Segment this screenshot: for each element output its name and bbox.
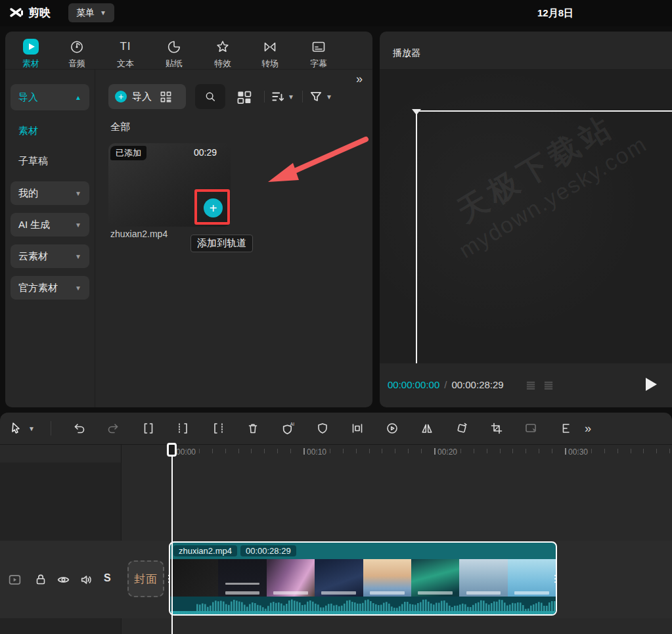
- mute-track-button[interactable]: [79, 573, 93, 587]
- search-input[interactable]: [195, 84, 225, 109]
- sort-icon: [271, 89, 285, 104]
- filmstrip-frame: [315, 559, 363, 597]
- rotate-button[interactable]: [455, 421, 469, 436]
- grid-view-toggle[interactable]: [236, 89, 252, 105]
- sidebar-group-ai[interactable]: AI 生成 ▼: [11, 213, 89, 237]
- freeze-frame-button[interactable]: [350, 421, 365, 436]
- toggle-visibility-button[interactable]: [56, 573, 70, 587]
- solo-track-button[interactable]: S: [104, 572, 111, 584]
- chevron-down-icon: ▼: [75, 190, 81, 197]
- category-all-label[interactable]: 全部: [110, 121, 130, 133]
- mask-icon: [316, 422, 329, 435]
- chevron-down-icon: ▼: [288, 93, 294, 101]
- captions-icon: [311, 39, 326, 55]
- import-button[interactable]: + 导入: [108, 84, 186, 109]
- toolbar-more-button[interactable]: »: [585, 422, 591, 436]
- clip-filmstrip: [170, 559, 556, 597]
- tab-audio[interactable]: 音频: [56, 39, 97, 70]
- filter-button[interactable]: ▼: [309, 89, 332, 104]
- sidebar-group-cloud[interactable]: 云素材 ▼: [11, 244, 89, 268]
- sidebar-group-official[interactable]: 官方素材 ▼: [11, 276, 89, 300]
- search-icon: [204, 91, 216, 102]
- speaker-icon: [79, 573, 93, 587]
- crop-icon: [490, 422, 503, 435]
- filter-icon: [309, 89, 323, 104]
- tab-text[interactable]: TI 文本: [105, 39, 146, 70]
- sidebar-item-import[interactable]: 导入 ▲: [11, 84, 89, 110]
- player-preview[interactable]: 天极下载站 mydown.yesky.com: [380, 69, 672, 363]
- select-tool-button[interactable]: [9, 421, 24, 436]
- player-title: 播放器: [393, 47, 420, 59]
- tab-sticker[interactable]: 贴纸: [154, 39, 194, 70]
- split-delete-left-icon: [177, 422, 190, 435]
- tab-media[interactable]: 素材: [11, 39, 51, 70]
- delete-left-button[interactable]: [176, 421, 190, 436]
- smart-mask-button[interactable]: AI: [280, 421, 295, 436]
- sort-button[interactable]: ▼: [271, 89, 294, 104]
- media-panel: 素材 音频 TI 文本 贴纸 特效: [5, 32, 372, 407]
- title-bar: 剪映 菜单 ▼ 12月8日: [0, 0, 672, 26]
- media-play-icon: [23, 39, 39, 55]
- filmstrip-frame: [508, 559, 556, 597]
- media-duration: 00:29: [194, 147, 217, 158]
- timeline-toolbar: ▼: [0, 413, 672, 444]
- timecode: 00:00:00:00 / 00:00:28:29: [388, 379, 504, 390]
- clip-audio-waveform: [170, 597, 556, 614]
- timecode-total: 00:00:28:29: [451, 379, 503, 390]
- mirror-button[interactable]: [420, 421, 434, 436]
- selection-frame-left[interactable]: [416, 110, 417, 363]
- player-controls: 00:00:00:00 / 00:00:28:29: [380, 363, 672, 407]
- sidebar-item-subdraft[interactable]: 子草稿: [18, 155, 48, 168]
- tab-captions[interactable]: 字幕: [298, 39, 339, 70]
- text-TI-icon: TI: [120, 39, 131, 55]
- lock-track-button[interactable]: [34, 573, 47, 586]
- compare-list-icon: [543, 380, 554, 392]
- playhead-handle[interactable]: [167, 443, 177, 457]
- chevron-down-icon[interactable]: ▼: [28, 425, 36, 432]
- compare-buttons[interactable]: [526, 380, 554, 392]
- track-lines-button[interactable]: [559, 421, 573, 436]
- app-logo: 剪映: [9, 5, 51, 20]
- undo-button[interactable]: [72, 421, 86, 436]
- crop-button[interactable]: [489, 421, 504, 436]
- filmstrip-frame: [170, 559, 218, 597]
- timeline-clip[interactable]: zhuxian2.mp4 00:00:28:29: [169, 541, 557, 616]
- clip-trim-handle-left[interactable]: [168, 570, 170, 587]
- mask-button[interactable]: [315, 421, 330, 436]
- cover-button[interactable]: 封面: [127, 560, 164, 597]
- play-button[interactable]: [646, 378, 657, 391]
- delete-button[interactable]: [246, 421, 260, 436]
- redo-button[interactable]: [106, 421, 121, 436]
- menu-label: 菜单: [76, 7, 95, 19]
- filmstrip-frame: [363, 559, 411, 597]
- timeline-ruler[interactable]: 00:0000:1000:2000:30: [0, 445, 672, 463]
- filmstrip-frame: [459, 559, 507, 597]
- selection-frame-top[interactable]: [416, 110, 672, 112]
- header-divider: [264, 91, 265, 102]
- tab-transition[interactable]: 转场: [250, 39, 290, 70]
- app-title: 剪映: [28, 5, 51, 20]
- grid-view-icon: [236, 89, 252, 105]
- preview-axis-button[interactable]: [524, 421, 539, 436]
- tab-effects[interactable]: 特效: [202, 39, 243, 70]
- clip-header: zhuxian2.mp4 00:00:28:29: [170, 543, 556, 559]
- sidebar-item-material[interactable]: 素材: [18, 125, 38, 137]
- capcut-logo-icon: [9, 6, 24, 20]
- playhead-line[interactable]: [171, 444, 173, 634]
- added-badge: 已添加: [110, 146, 146, 160]
- player-panel: 播放器 天极下载站 mydown.yesky.com 00:00:00:00 /…: [380, 32, 672, 407]
- frame-handle-top[interactable]: [412, 109, 421, 115]
- qr-code-icon[interactable]: [160, 91, 172, 103]
- tabs-more-button[interactable]: »: [356, 72, 363, 86]
- sidebar-group-mine[interactable]: 我的 ▼: [11, 181, 89, 205]
- split-button[interactable]: [141, 421, 156, 436]
- clip-duration-badge: 00:00:28:29: [240, 545, 296, 556]
- chevron-down-icon: ▼: [75, 284, 81, 292]
- speed-button[interactable]: [385, 421, 399, 436]
- clip-trim-handle-right[interactable]: [554, 570, 556, 587]
- menu-button[interactable]: 菜单 ▼: [68, 3, 114, 22]
- split-delete-right-icon: [212, 422, 225, 435]
- date-label: 12月8日: [537, 7, 573, 20]
- chevron-up-icon: ▲: [75, 94, 81, 101]
- delete-right-button[interactable]: [211, 421, 225, 436]
